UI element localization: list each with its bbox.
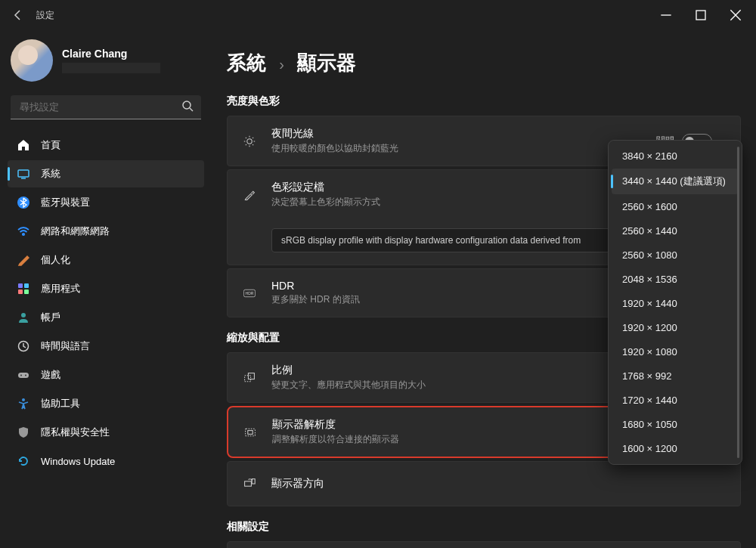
window-title: 設定 xyxy=(33,9,54,22)
breadcrumb-root[interactable]: 系統 xyxy=(227,51,266,74)
svg-rect-1 xyxy=(696,11,705,20)
svg-rect-6 xyxy=(18,170,29,177)
sidebar-item-home[interactable]: 首頁 xyxy=(8,132,204,159)
close-button[interactable] xyxy=(718,3,753,27)
sidebar-item-label: 帳戶 xyxy=(41,311,60,324)
sidebar-item-network[interactable]: 網路和網際網路 xyxy=(8,218,204,245)
main-content: 系統 › 顯示器 亮度與色彩 夜間光線 使用較暖的顏色以協助封鎖藍光 關閉 › xyxy=(212,30,756,548)
svg-point-14 xyxy=(21,313,26,317)
svg-rect-35 xyxy=(245,481,252,486)
svg-point-20 xyxy=(247,138,252,143)
svg-rect-34 xyxy=(248,430,253,434)
back-button[interactable] xyxy=(3,9,33,21)
card-advanced-display[interactable]: 進階型顯示器 xyxy=(227,541,741,548)
scrollbar[interactable] xyxy=(737,147,739,458)
scale-icon xyxy=(240,372,259,384)
sidebar-item-bluetooth[interactable]: 藍牙與裝置 xyxy=(8,189,204,216)
section-related: 相關設定 xyxy=(227,520,741,534)
sidebar-item-apps[interactable]: 應用程式 xyxy=(8,275,204,302)
sidebar-item-update[interactable]: Windows Update xyxy=(8,447,204,475)
resolution-option[interactable]: 3840 × 2160 xyxy=(612,144,739,168)
sidebar-item-accessibility[interactable]: 協助工具 xyxy=(8,390,204,417)
resolution-option[interactable]: 1920 × 1440 xyxy=(612,292,739,315)
resolution-option[interactable]: 1680 × 1050 xyxy=(612,413,739,436)
svg-point-17 xyxy=(20,375,22,376)
window-controls xyxy=(649,3,753,27)
svg-rect-16 xyxy=(18,373,29,378)
card-orientation[interactable]: 顯示器方向 xyxy=(227,461,741,506)
brush-icon xyxy=(17,253,30,267)
svg-text:HDR: HDR xyxy=(245,291,253,296)
sidebar-item-label: 應用程式 xyxy=(41,282,80,296)
resolution-icon xyxy=(240,426,260,438)
svg-rect-13 xyxy=(24,289,29,294)
update-icon xyxy=(17,454,30,468)
resolution-option[interactable]: 1768 × 992 xyxy=(612,364,739,388)
svg-rect-32 xyxy=(248,373,254,379)
hdr-icon: HDR xyxy=(240,287,259,299)
sidebar-item-label: 網路和網際網路 xyxy=(41,224,110,238)
svg-rect-10 xyxy=(18,283,23,288)
svg-point-4 xyxy=(183,101,191,109)
card-desc: 使用較暖的顏色以協助封鎖藍光 xyxy=(271,142,644,155)
sidebar-item-personalize[interactable]: 個人化 xyxy=(8,246,204,274)
svg-rect-31 xyxy=(245,375,251,381)
sidebar-item-label: 個人化 xyxy=(41,253,70,267)
card-title: 顯示器方向 xyxy=(271,477,728,491)
card-title: 夜間光線 xyxy=(271,127,644,141)
minimize-button[interactable] xyxy=(649,3,683,27)
svg-point-18 xyxy=(25,375,26,376)
sun-icon xyxy=(240,135,259,147)
search-icon xyxy=(181,100,194,115)
svg-line-27 xyxy=(246,144,246,145)
search xyxy=(11,95,201,119)
search-input[interactable] xyxy=(11,95,201,119)
svg-rect-33 xyxy=(246,429,256,436)
sidebar-item-accounts[interactable]: 帳戶 xyxy=(8,304,204,331)
resolution-option[interactable]: 1920 × 1080 xyxy=(612,340,739,364)
sidebar-item-time[interactable]: 時間與語言 xyxy=(8,333,204,360)
accessibility-icon xyxy=(17,397,30,410)
profile-name: Claire Chang xyxy=(62,48,160,60)
svg-point-9 xyxy=(23,234,24,235)
bluetooth-icon xyxy=(17,196,30,209)
person-icon xyxy=(17,311,30,324)
resolution-option[interactable]: 2048 × 1536 xyxy=(612,268,739,291)
section-brightness: 亮度與色彩 xyxy=(227,94,741,108)
sidebar-item-label: 系統 xyxy=(41,167,60,181)
resolution-option[interactable]: 2560 × 1080 xyxy=(612,243,739,267)
avatar xyxy=(11,39,53,82)
sidebar-item-label: 首頁 xyxy=(41,138,60,152)
system-icon xyxy=(17,167,30,181)
svg-line-28 xyxy=(253,137,253,138)
resolution-dropdown[interactable]: 3840 × 21603440 × 1440 (建議選項)2560 × 1600… xyxy=(608,140,742,465)
profile[interactable]: Claire Chang xyxy=(11,39,201,82)
resolution-option[interactable]: 1720 × 1440 xyxy=(612,389,739,412)
resolution-option[interactable]: 2560 × 1600 xyxy=(612,195,739,218)
svg-rect-12 xyxy=(18,289,23,294)
sidebar-item-gaming[interactable]: 遊戲 xyxy=(8,361,204,389)
resolution-option[interactable]: 1920 × 1200 xyxy=(612,316,739,339)
sidebar: Claire Chang 首頁 系統 藍牙與裝置 網路和網際網路 個人化 xyxy=(0,30,212,548)
shield-icon xyxy=(17,426,30,439)
wifi-icon xyxy=(17,224,30,238)
clock-icon xyxy=(17,339,30,353)
profile-email xyxy=(62,63,160,73)
breadcrumb: 系統 › 顯示器 xyxy=(227,50,741,76)
breadcrumb-leaf: 顯示器 xyxy=(297,51,356,74)
sidebar-item-label: 隱私權與安全性 xyxy=(41,426,110,439)
resolution-option[interactable]: 2560 × 1440 xyxy=(612,219,739,243)
svg-line-25 xyxy=(246,137,246,138)
resolution-option[interactable]: 1600 × 1200 xyxy=(612,437,739,460)
svg-rect-11 xyxy=(24,283,29,288)
svg-point-19 xyxy=(22,398,25,401)
resolution-option[interactable]: 3440 × 1440 (建議選項) xyxy=(612,169,739,194)
svg-line-5 xyxy=(190,108,193,111)
sidebar-item-label: Windows Update xyxy=(41,456,115,467)
maximize-button[interactable] xyxy=(683,3,718,27)
home-icon xyxy=(17,138,30,152)
apps-icon xyxy=(17,282,30,296)
eyedropper-icon xyxy=(240,189,259,201)
sidebar-item-system[interactable]: 系統 xyxy=(8,160,204,187)
sidebar-item-privacy[interactable]: 隱私權與安全性 xyxy=(8,419,204,446)
